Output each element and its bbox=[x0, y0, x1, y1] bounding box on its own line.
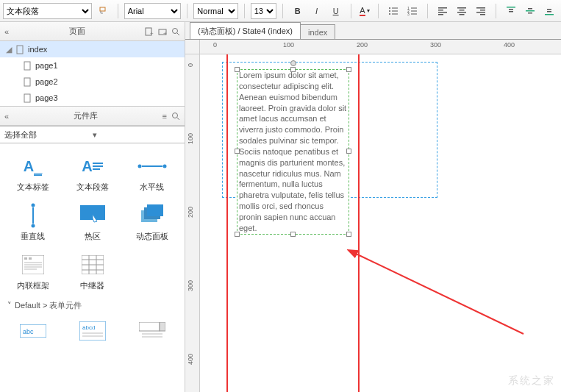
widget-text-label[interactable]: A_ 文本标签 bbox=[3, 149, 62, 199]
widget-repeater[interactable]: 中继器 bbox=[62, 248, 122, 297]
resize-handle-se[interactable] bbox=[346, 232, 351, 237]
widget-form-2[interactable]: abcd bbox=[62, 314, 122, 348]
page-row-page2[interactable]: page2 bbox=[0, 74, 185, 90]
svg-rect-43 bbox=[24, 94, 30, 102]
widget-inline-frame[interactable]: 内联框架 bbox=[3, 248, 62, 297]
add-folder-icon[interactable]: + bbox=[158, 27, 167, 36]
svg-point-3 bbox=[389, 10, 390, 12]
align-right-button[interactable] bbox=[472, 3, 490, 19]
page-row-page1[interactable]: page1 bbox=[0, 57, 185, 74]
svg-rect-78 bbox=[139, 322, 160, 331]
align-center-button[interactable] bbox=[453, 3, 471, 19]
svg-point-51 bbox=[162, 165, 166, 168]
svg-rect-58 bbox=[147, 204, 163, 216]
svg-rect-60 bbox=[24, 257, 27, 260]
search-pages-icon[interactable] bbox=[171, 27, 180, 36]
italic-button[interactable]: I bbox=[308, 3, 326, 19]
svg-rect-40 bbox=[17, 46, 23, 54]
resize-handle-s[interactable] bbox=[290, 232, 296, 237]
widget-hotspot[interactable]: 热区 bbox=[62, 199, 122, 248]
resize-handle-nw[interactable] bbox=[235, 67, 240, 72]
left-sidebar: « 页面 + + ◢ index page1 page2 page3 bbox=[0, 22, 185, 392]
svg-point-44 bbox=[173, 113, 178, 118]
rotate-handle[interactable] bbox=[290, 60, 296, 66]
number-list-icon: 123 bbox=[407, 6, 418, 16]
inline-frame-icon bbox=[22, 254, 44, 276]
font-family-select[interactable]: Arial bbox=[124, 3, 182, 19]
tree-toggle-icon[interactable]: ◢ bbox=[4, 45, 13, 54]
text-paragraph-widget[interactable]: Lorem ipsum dolor sit amet, consectetur … bbox=[237, 69, 349, 235]
svg-rect-19 bbox=[457, 12, 466, 13]
valign-bottom-button[interactable] bbox=[540, 3, 558, 19]
widget-form-1[interactable]: abc bbox=[3, 314, 62, 348]
underline-button[interactable]: U bbox=[327, 3, 345, 19]
number-list-button[interactable]: 123 bbox=[404, 3, 421, 19]
widget-text-paragraph[interactable]: A 文本段落 bbox=[62, 149, 122, 199]
align-right-icon bbox=[476, 6, 486, 16]
svg-rect-24 bbox=[480, 14, 485, 15]
tab-index[interactable]: index bbox=[300, 24, 335, 39]
resize-handle-ne[interactable] bbox=[346, 67, 351, 72]
valign-top-button[interactable] bbox=[502, 3, 520, 19]
textarea-icon: abcd bbox=[79, 320, 106, 342]
widget-dynamic-panel[interactable]: 动态面板 bbox=[122, 199, 182, 248]
resize-handle-n[interactable] bbox=[290, 67, 296, 72]
widget-style-select[interactable]: 文本段落 bbox=[3, 3, 92, 19]
svg-line-45 bbox=[177, 118, 179, 120]
widget-horizontal-line[interactable]: 水平线 bbox=[122, 149, 182, 199]
svg-rect-20 bbox=[460, 14, 465, 15]
collapse-icon[interactable]: « bbox=[4, 27, 9, 36]
resize-handle-sw[interactable] bbox=[235, 232, 240, 237]
text-content: Lorem ipsum dolor sit amet, consectetur … bbox=[239, 70, 347, 234]
file-icon bbox=[24, 61, 32, 71]
svg-rect-28 bbox=[528, 8, 532, 10]
resize-handle-e[interactable] bbox=[346, 149, 351, 154]
chevron-down-icon: ˅ bbox=[7, 301, 12, 310]
canvas[interactable]: Lorem ipsum dolor sit amet, consectetur … bbox=[200, 54, 561, 392]
page-row-page3[interactable]: page3 bbox=[0, 90, 185, 106]
horizontal-line-icon bbox=[137, 155, 167, 177]
widget-form-3[interactable] bbox=[122, 314, 182, 348]
svg-rect-14 bbox=[438, 10, 443, 11]
svg-rect-18 bbox=[460, 10, 465, 11]
svg-rect-27 bbox=[509, 11, 513, 13]
align-center-icon bbox=[457, 6, 467, 16]
svg-rect-26 bbox=[509, 9, 513, 10]
align-left-button[interactable] bbox=[434, 3, 451, 19]
widget-vertical-line[interactable]: 垂直线 bbox=[3, 199, 62, 248]
paint-format-button[interactable] bbox=[96, 3, 112, 19]
svg-text:+: + bbox=[150, 30, 154, 36]
ruler-vertical[interactable]: 0 100 200 300 400 bbox=[185, 54, 200, 392]
valign-middle-button[interactable] bbox=[521, 3, 539, 19]
collapse-icon[interactable]: « bbox=[4, 112, 9, 121]
library-menu-icon[interactable]: ≡ bbox=[162, 112, 167, 121]
canvas-area: (动态面板) / State4 (index) index 0 100 200 … bbox=[185, 22, 561, 392]
svg-point-38 bbox=[173, 28, 178, 33]
font-weight-select[interactable]: Normal bbox=[193, 3, 238, 19]
svg-rect-25 bbox=[507, 7, 515, 8]
svg-rect-16 bbox=[438, 14, 443, 15]
resize-handle-w[interactable] bbox=[235, 149, 240, 154]
page-row-index[interactable]: ◢ index bbox=[0, 41, 185, 57]
bullet-list-button[interactable] bbox=[385, 3, 402, 19]
svg-point-52 bbox=[31, 204, 35, 207]
widget-library-select[interactable]: 选择全部 ▾ bbox=[0, 126, 185, 143]
bold-button[interactable]: B bbox=[289, 3, 307, 19]
widget-section-forms[interactable]: ˅ Default > 表单元件 bbox=[3, 297, 182, 314]
search-widgets-icon[interactable] bbox=[171, 112, 180, 121]
font-color-icon: A bbox=[360, 6, 365, 16]
chevron-down-icon: ▾ bbox=[93, 130, 181, 140]
ruler-horizontal[interactable]: 0 100 200 300 400 bbox=[200, 40, 561, 54]
font-size-select[interactable]: 13 bbox=[251, 3, 276, 19]
text-paragraph-icon: A bbox=[82, 155, 102, 177]
add-page-icon[interactable]: + bbox=[145, 27, 154, 36]
svg-rect-32 bbox=[547, 11, 551, 13]
valign-top-icon bbox=[506, 6, 516, 16]
tab-state4[interactable]: (动态面板) / State4 (index) bbox=[190, 22, 301, 39]
svg-rect-33 bbox=[545, 14, 554, 15]
font-color-button[interactable]: A▾ bbox=[357, 3, 372, 19]
svg-rect-22 bbox=[480, 10, 485, 11]
hotspot-icon bbox=[80, 204, 105, 227]
bullet-list-icon bbox=[388, 6, 399, 16]
widgets-panel-header: « 元件库 ≡ bbox=[0, 107, 185, 126]
